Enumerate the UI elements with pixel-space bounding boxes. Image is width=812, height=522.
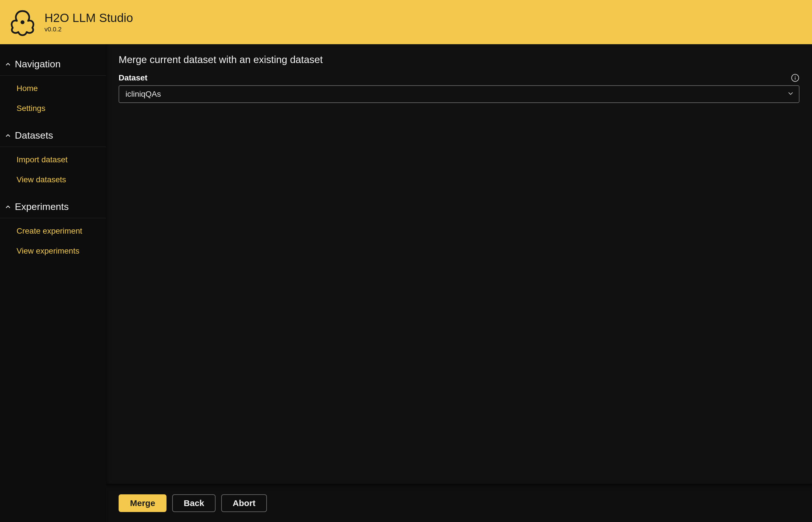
nav-group-datasets: Datasets Import dataset View datasets	[0, 124, 106, 195]
abort-button[interactable]: Abort	[221, 494, 267, 512]
dataset-select-wrap: icliniqQAs	[119, 85, 799, 103]
merge-button[interactable]: Merge	[119, 494, 167, 512]
nav-group-title: Navigation	[15, 59, 61, 69]
action-footer: Merge Back Abort	[106, 484, 812, 522]
app-title: H2O LLM Studio	[44, 11, 133, 25]
svg-point-0	[21, 20, 24, 24]
dataset-field-label: Dataset	[119, 73, 147, 82]
nav-group-title: Experiments	[15, 201, 69, 212]
sidebar-item-view-datasets[interactable]: View datasets	[0, 170, 106, 190]
chevron-up-icon	[4, 203, 12, 211]
sidebar: Navigation Home Settings Datasets Import…	[0, 44, 106, 522]
svg-point-3	[795, 76, 796, 77]
sidebar-item-home[interactable]: Home	[0, 78, 106, 98]
dataset-select-value: icliniqQAs	[125, 89, 161, 99]
nav-group-header-experiments[interactable]: Experiments	[0, 195, 106, 218]
nav-group-title: Datasets	[15, 130, 53, 141]
dataset-field-row: Dataset	[119, 73, 799, 82]
nav-items-experiments: Create experiment View experiments	[0, 218, 106, 267]
nav-items-datasets: Import dataset View datasets	[0, 147, 106, 195]
h2o-logo-icon	[8, 8, 37, 36]
sidebar-item-import-dataset[interactable]: Import dataset	[0, 150, 106, 170]
app-version: v0.0.2	[44, 26, 133, 33]
sidebar-item-create-experiment[interactable]: Create experiment	[0, 221, 106, 241]
nav-group-navigation: Navigation Home Settings	[0, 53, 106, 124]
main-content: Merge current dataset with an existing d…	[106, 44, 812, 484]
back-button[interactable]: Back	[172, 494, 215, 512]
dataset-select[interactable]: icliniqQAs	[119, 85, 799, 103]
app-header: H2O LLM Studio v0.0.2	[0, 0, 812, 44]
nav-group-header-navigation[interactable]: Navigation	[0, 53, 106, 76]
nav-group-experiments: Experiments Create experiment View exper…	[0, 195, 106, 267]
chevron-up-icon	[4, 132, 12, 140]
chevron-up-icon	[4, 60, 12, 68]
main-column: Merge current dataset with an existing d…	[106, 44, 812, 522]
nav-items-navigation: Home Settings	[0, 76, 106, 124]
body-row: Navigation Home Settings Datasets Import…	[0, 44, 812, 522]
sidebar-item-settings[interactable]: Settings	[0, 98, 106, 118]
header-title-block: H2O LLM Studio v0.0.2	[44, 11, 133, 33]
app-root: H2O LLM Studio v0.0.2 Navigation Home Se…	[0, 0, 812, 522]
info-icon[interactable]	[791, 74, 799, 82]
sidebar-item-view-experiments[interactable]: View experiments	[0, 241, 106, 261]
page-title: Merge current dataset with an existing d…	[119, 54, 799, 65]
nav-group-header-datasets[interactable]: Datasets	[0, 124, 106, 147]
